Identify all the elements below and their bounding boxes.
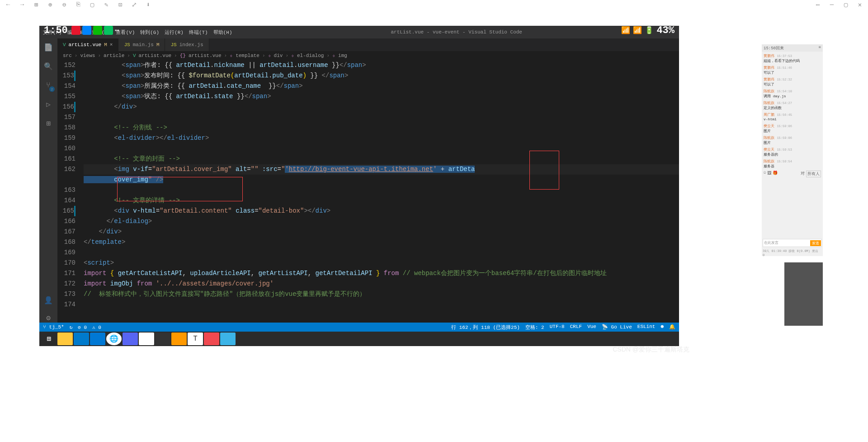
warnings[interactable]: ⚠ 0 [92,324,101,330]
wifi-icon: 📶 [633,26,642,35]
eol[interactable]: CRLF [570,324,582,331]
app-icon-4 [104,26,113,35]
mobile-status-bar: 1:50 ⋯ 📶 📶 🔋 43% [39,26,679,35]
close-icon[interactable]: × [110,42,113,48]
chat-header: 15:50回来 ≡ [762,44,823,52]
emoji-icon[interactable]: ☺ [764,171,766,177]
window-icon[interactable]: ▢ [89,1,96,8]
sync-icon[interactable]: ↻ [70,324,73,330]
menu-icon[interactable]: ≡ [819,45,821,51]
weibo-icon [71,26,80,35]
status-bar: ⑂ tj_5* ↻ ⊘ 0 ⚠ 0 行 162，列 118 (已选择25) 空格… [39,323,679,332]
battery-icon: 🔋 [645,26,654,35]
start-button[interactable]: ⊞ [41,333,57,345]
apps-icon[interactable]: ⊞ [33,1,40,8]
tab-indexjs[interactable]: JS index.js [165,38,209,51]
image-icon[interactable]: 🖼 [767,171,771,177]
code-content[interactable]: <span>作者: {{ artDetail.nickname || artDe… [82,60,679,328]
vscode-window: 文件(F) 编辑(E) 查看(V) 查看(V) 转到(G) 运行(R) 终端(T… [39,26,679,346]
search-icon[interactable]: 🔍 [43,61,54,72]
minimap[interactable] [784,262,823,326]
expand-icon[interactable]: ⤢ [131,1,138,8]
debug-icon[interactable]: ▷ [43,99,54,110]
cursor-position[interactable]: 行 162，列 118 (已选择25) [451,324,520,331]
wechat-icon [93,26,102,35]
vscode-taskbar-icon[interactable] [74,333,89,345]
app-icon-5[interactable] [123,333,138,345]
errors[interactable]: ⊘ 0 [78,324,87,330]
language[interactable]: Vue [587,324,596,331]
app-icon-8[interactable] [171,333,187,345]
encoding[interactable]: UTF-8 [550,324,565,331]
edit-icon[interactable]: ✎ [103,1,110,8]
explorer-icon[interactable]: 📄 [43,42,54,53]
terminal-icon[interactable] [155,333,170,345]
js-icon: JS [170,42,176,48]
chat-messages: 黄鹏伟 15:37:53姐姐，看看下边的代码 黄鹏伟 15:51:46可以了 黄… [762,52,823,179]
eslint[interactable]: ESLint [637,324,656,331]
app-icon-6[interactable] [139,333,154,345]
windows-taskbar: ⊞ 🌐 T [39,332,679,346]
settings-icon[interactable]: ⚙ [43,313,54,323]
breadcrumb[interactable]: src› views› article› VartList.vue› {}art… [57,51,679,60]
tab-artlist[interactable]: V artList.vue M × [57,38,118,51]
more-apps-icon: ⋯ [115,26,119,35]
zoom-out-icon[interactable]: ⊖ [61,1,68,8]
back-icon[interactable]: ← [5,1,12,8]
app-icon-11[interactable] [220,333,236,345]
forward-icon[interactable]: → [19,1,26,8]
battery-percent: 43% [656,25,675,36]
edge-icon[interactable] [90,333,105,345]
chrome-icon[interactable]: 🌐 [106,333,122,345]
feedback-icon[interactable]: ☻ [660,324,664,331]
chat-panel: 15:50回来 ≡ 黄鹏伟 15:37:53姐姐，看看下边的代码 黄鹏伟 15:… [762,44,823,256]
extensions-icon[interactable]: ⊞ [43,118,54,129]
indent[interactable]: 空格: 2 [525,324,544,331]
app-icon-9[interactable]: T [188,333,203,345]
git-branch[interactable]: ⑂ tj_5* [43,324,64,330]
send-button[interactable]: 发送 [810,240,821,246]
activity-bar: 📄 🔍 ⑂2 ▷ ⊞ 👤 ⚙ [39,38,57,328]
filter-select[interactable]: 所有人 [806,171,821,177]
close-icon[interactable]: ✕ [856,1,863,8]
signal-icon: 📶 [621,26,630,35]
zoom-in-icon[interactable]: ⊕ [47,1,54,8]
more-icon[interactable]: ⋯ [814,1,821,8]
gift-icon[interactable]: 🎁 [773,171,778,177]
bell-icon[interactable]: 🔔 [669,324,675,331]
maximize-icon[interactable]: ▢ [842,1,849,8]
editor-tabs: V artList.vue M × JS main.js M JS index.… [57,38,679,51]
app-icon-10[interactable] [204,333,219,345]
js-icon: JS [124,42,130,48]
mobile-time: 1:50 [44,25,68,36]
go-live[interactable]: 📡 Go Live [602,324,632,331]
file-explorer-icon[interactable] [57,333,73,345]
code-editor[interactable]: 152 153 154 155 156 157 158 159 160 161 … [57,60,679,328]
editor-area: V artList.vue M × JS main.js M JS index.… [57,38,679,328]
vue-icon: V [63,42,66,48]
source-control-icon[interactable]: ⑂2 [43,80,54,91]
download-icon[interactable]: ⬇ [145,1,152,8]
copy-icon[interactable]: ⎘ [75,1,82,8]
watermark: CSDN @爱你三千遍斯塔克 [613,346,689,354]
gutter: 152 153 154 155 156 157 158 159 160 161 … [57,60,82,328]
square-icon[interactable]: ⊡ [117,1,124,8]
chat-footer: 39人 01:39:40 接收 0(0.0M) 发出 0 [763,249,822,255]
account-icon[interactable]: 👤 [43,295,54,306]
minimize-icon[interactable]: — [828,1,835,8]
tab-mainjs[interactable]: JS main.js M [118,38,165,51]
browser-toolbar: ← → ⊞ ⊕ ⊖ ⎘ ▢ ✎ ⊡ ⤢ ⬇ ⋯ — ▢ ✕ [0,0,868,9]
app-icon-2 [82,26,91,35]
